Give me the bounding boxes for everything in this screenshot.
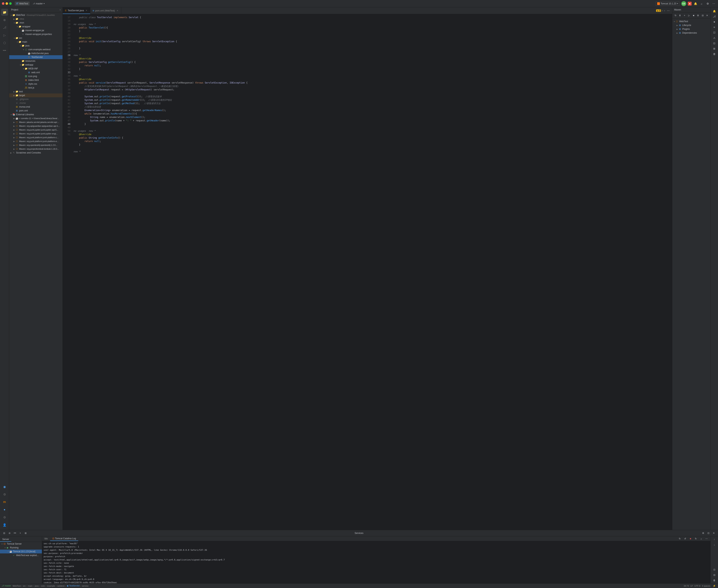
services-layout-icon[interactable]: ⊡	[706, 531, 711, 536]
encoding[interactable]: UTF-8	[695, 585, 700, 587]
branch-switcher[interactable]: ⎇ master ▾	[31, 2, 46, 5]
log-content[interactable]: sec-ch-ua-platform: "macOS" upgrade-inse…	[42, 541, 710, 583]
tree-item-platform-commons[interactable]: ▶ ⬡ Maven: org.junit.platform:junit-plat…	[9, 135, 63, 139]
tree-item-src[interactable]: ▾ 📁 src	[9, 36, 63, 40]
project-switcher[interactable]: IT WebTest	[15, 2, 29, 5]
tree-item-corretto[interactable]: ▶ ☕ < corretto-11 > /Users/Java/Library/…	[9, 117, 63, 120]
sidebar-item-person[interactable]: 👤	[1, 522, 8, 528]
tree-item-testjs[interactable]: JS test.js	[9, 86, 63, 90]
tree-item-main[interactable]: ▾ 📁 main	[9, 40, 63, 44]
tree-item-idea[interactable]: ▶ 📁 .idea	[9, 17, 63, 21]
chevron-down-icon[interactable]: ∨	[664, 9, 665, 12]
services-settings-icon[interactable]: ⚙	[701, 531, 705, 536]
maven-run-icon[interactable]: ▷	[687, 13, 691, 18]
run-button[interactable]: ■	[688, 2, 692, 5]
tree-item-ext-libs[interactable]: ▾ 📚 External Libraries	[9, 112, 63, 117]
clear-icon[interactable]: 🗑	[712, 578, 717, 583]
services-item-tomcat-server[interactable]: ▾ ⊡ Tomcat Server	[0, 542, 42, 546]
services-add-icon[interactable]: +	[18, 531, 23, 536]
tab-server[interactable]: Server	[0, 537, 11, 542]
bell-icon[interactable]: 🔔	[693, 1, 698, 6]
tree-item-mvn-jar[interactable]: ☕ maven-wrapper.jar	[9, 28, 63, 32]
tree-item-webapp[interactable]: ▾ 📁 webapp	[9, 63, 63, 67]
tree-item-java[interactable]: ▾ 📁 java	[9, 44, 63, 48]
maven-item-webtest[interactable]: ▾ ⬡ WebTest	[672, 20, 710, 23]
breadcrumb-item[interactable]: main	[28, 585, 33, 587]
terminal-icon[interactable]: ⊡	[712, 41, 717, 45]
tree-item-helloservlet[interactable]: ☕ HelloServlet.java	[9, 51, 63, 55]
tree-item-gitignore[interactable]: ⊘ .gitignore	[9, 97, 63, 101]
tree-item-webtest[interactable]: ▾ 📁 WebTest ~/Desktop/CS/JavaEE/1.JavaWe…	[9, 13, 63, 17]
structure-icon[interactable]: ≡	[712, 25, 717, 29]
bookmark-icon[interactable]: ★	[712, 20, 717, 24]
tree-item-wrapper[interactable]: ▾ 📁 wrapper	[9, 25, 63, 28]
maven-item-plugins[interactable]: ▶ ⊞ Plugins	[672, 27, 710, 31]
services-close-icon[interactable]: ✕	[712, 531, 716, 536]
tree-item-target[interactable]: ▶ 📁 target	[9, 93, 63, 97]
breadcrumb-item[interactable]: java	[35, 585, 39, 587]
tab-close-button[interactable]: ✕	[116, 9, 119, 12]
log-restart-icon[interactable]: ↻	[694, 537, 698, 541]
tab-catalina-log[interactable]: ⊡ Tomcat Catalina Log	[50, 537, 78, 541]
tree-item-webxml[interactable]: ⊞ web.xml	[9, 70, 63, 75]
minimize-button[interactable]	[5, 2, 8, 5]
sidebar-item-plugins[interactable]: ⬡	[1, 39, 8, 46]
sidebar-item-blue1[interactable]: ◉	[1, 483, 8, 490]
tab-pom[interactable]: ⊞ pom.xml (WebTest) ✕	[90, 7, 121, 14]
tree-item-stylecss[interactable]: ≡ style.css	[9, 82, 63, 86]
search-icon[interactable]: ⌕	[699, 1, 704, 6]
tree-item-testservlet[interactable]: C TestServlet	[9, 55, 63, 59]
sidebar-item-git[interactable]: ⎇	[1, 24, 8, 31]
maven-item-lifecycle[interactable]: ▶ ⊞ Lifecycle	[672, 23, 710, 27]
tree-item-package[interactable]: ▾ ⬡ com.example.webtest	[9, 48, 63, 51]
sidebar-item-m[interactable]: m	[1, 499, 8, 505]
settings-icon[interactable]: ⚙	[705, 1, 710, 6]
close-button[interactable]	[2, 2, 4, 5]
delete-icon[interactable]: 🗑	[712, 51, 717, 56]
breadcrumb-item[interactable]: service	[82, 585, 88, 587]
services-filter-icon[interactable]: ⊘	[7, 531, 12, 536]
cursor-position[interactable]: 34:73	[683, 585, 689, 587]
tree-item-scratches[interactable]: ▶ ✎ Scratches and Consoles	[9, 151, 63, 155]
fullscreen-button[interactable]	[9, 2, 12, 5]
services-expand-icon[interactable]: ⊞	[23, 531, 28, 536]
log-stop-icon[interactable]: ■	[688, 537, 693, 541]
log-more-icon[interactable]: ⋯	[704, 537, 709, 541]
vcs-icon[interactable]: ⎇	[712, 14, 717, 19]
services-more-icon[interactable]: •••	[13, 531, 17, 536]
tree-item-lombok[interactable]: ▶ ⬡ Maven: org.projectlombok:lombok:1.18…	[9, 147, 63, 151]
power-icon[interactable]: ⚡	[712, 584, 716, 588]
breadcrumb-item[interactable]: src	[23, 585, 26, 587]
tree-item-opentest4j[interactable]: ▶ ⬡ Maven: org.opentest4j:opentest4j:1.2…	[9, 143, 63, 147]
services-item-running[interactable]: ▾ ▶ Running	[0, 546, 42, 550]
sidebar-item-run[interactable]: ▷	[1, 32, 8, 39]
tree-item-mvn[interactable]: ▾ 📁 .mvn	[9, 21, 63, 25]
maven-settings-icon[interactable]: ⚙	[696, 13, 700, 18]
sidebar-item-gear[interactable]: ⚙	[1, 514, 8, 521]
sidebar-item-database[interactable]: ⚙	[1, 491, 8, 498]
line-ending[interactable]: LF	[691, 585, 693, 587]
tree-item-webinf[interactable]: ▾ 📁 WEB-INF	[9, 67, 63, 70]
tree-item-platform-engine[interactable]: ▶ ⬡ Maven: org.junit.platform:junit-plat…	[9, 139, 63, 143]
chevron-up-icon[interactable]: ∧	[662, 9, 663, 12]
project-tree[interactable]: ▾ 📁 WebTest ~/Desktop/CS/JavaEE/1.JavaWe…	[9, 13, 63, 530]
todo-icon[interactable]: ☑	[712, 30, 717, 35]
maven-download-icon[interactable]: ⬇	[678, 13, 682, 18]
sidebar-item-search[interactable]: ⊕	[1, 17, 8, 23]
tree-item-indexhtml[interactable]: ⊞ index.html	[9, 78, 63, 82]
maven-stop-icon[interactable]: ■	[692, 13, 696, 18]
tab-testservlet[interactable]: C TestServlet.java ✕	[63, 7, 90, 14]
code-content[interactable]: public class TestServlet implements Serv…	[72, 14, 672, 530]
tomcat-config[interactable]: Tomcat 10.1.23 ▾	[655, 2, 680, 6]
log-refresh-icon[interactable]: ↻	[677, 537, 682, 541]
more-options-icon[interactable]: ⋯	[712, 1, 716, 6]
tree-item-mvn-props[interactable]: ≡ maven-wrapper.properties	[9, 32, 63, 36]
tree-item-iconpng[interactable]: 🖼 icon.png	[9, 75, 63, 78]
sidebar-item-project[interactable]: 📁	[1, 9, 8, 16]
tree-item-junit-api[interactable]: ▶ ⬡ Maven: org.junit.jupiter:junit-jupit…	[9, 128, 63, 132]
maven-add-icon[interactable]: +	[682, 13, 686, 18]
maven-tree[interactable]: ▾ ⬡ WebTest ▶ ⊞ Lifecycle ▶ ⊞ Plugins ▶ …	[672, 19, 710, 530]
tree-item-resources[interactable]: 📁 resources	[9, 59, 63, 63]
indent[interactable]: 4 spaces	[702, 585, 710, 587]
tree-item-apiguardian[interactable]: ▶ ⬡ Maven: org.apiguardian:apiguardian-a…	[9, 124, 63, 128]
